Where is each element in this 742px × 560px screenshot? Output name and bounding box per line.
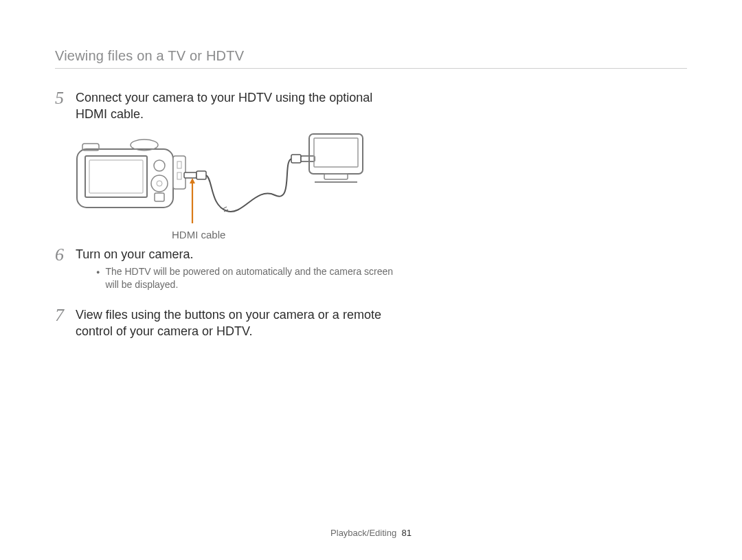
connection-diagram: HDMI cable (76, 130, 405, 240)
step-text: Connect your camera to your HDTV using t… (76, 89, 405, 123)
svg-rect-2 (89, 160, 143, 193)
step-6: 6 Turn on your camera. ● The HDTV will b… (55, 246, 405, 300)
step-text: View files using the buttons on your cam… (76, 306, 405, 340)
header-rule (55, 68, 687, 69)
step-number: 7 (55, 306, 69, 324)
svg-point-7 (157, 181, 162, 186)
bullet-icon: ● (96, 265, 100, 291)
callout-arrow-head (190, 178, 195, 183)
hdmi-cable-path (206, 159, 293, 212)
step-number: 6 (55, 246, 69, 264)
footer-page-number: 81 (401, 528, 411, 538)
diagram-caption: HDMI cable (172, 229, 405, 240)
svg-rect-16 (309, 134, 363, 174)
svg-rect-18 (324, 174, 348, 179)
camera-icon (77, 139, 206, 208)
step-text: Turn on your camera. (76, 246, 405, 262)
step-7: 7 View files using the buttons on your c… (55, 306, 405, 340)
page: Viewing files on a TV or HDTV 5 Connect … (0, 0, 742, 560)
step-5: 5 Connect your camera to your HDTV using… (55, 89, 405, 123)
content-column: 5 Connect your camera to your HDTV using… (55, 89, 405, 339)
svg-rect-1 (85, 156, 147, 197)
svg-rect-12 (184, 172, 196, 178)
page-footer: Playback/Editing 81 (0, 528, 742, 538)
hdmi-connection-illustration (76, 130, 364, 226)
svg-rect-14 (291, 155, 301, 163)
svg-point-6 (151, 175, 168, 192)
svg-point-5 (154, 160, 165, 171)
svg-rect-17 (314, 138, 358, 167)
step-number: 5 (55, 89, 69, 107)
hdmi-plug-camera (184, 171, 206, 179)
tv-icon (309, 134, 363, 182)
hdmi-plug-tv (291, 155, 315, 163)
svg-rect-8 (155, 193, 164, 201)
step-sub: ● The HDTV will be powered on automatica… (96, 265, 405, 291)
svg-rect-13 (196, 171, 206, 179)
svg-rect-15 (301, 156, 315, 161)
footer-section: Playback/Editing (330, 528, 396, 538)
page-header: Viewing files on a TV or HDTV (55, 48, 687, 68)
step-sub-text: The HDTV will be powered on automaticall… (105, 265, 405, 291)
svg-rect-0 (77, 149, 173, 208)
